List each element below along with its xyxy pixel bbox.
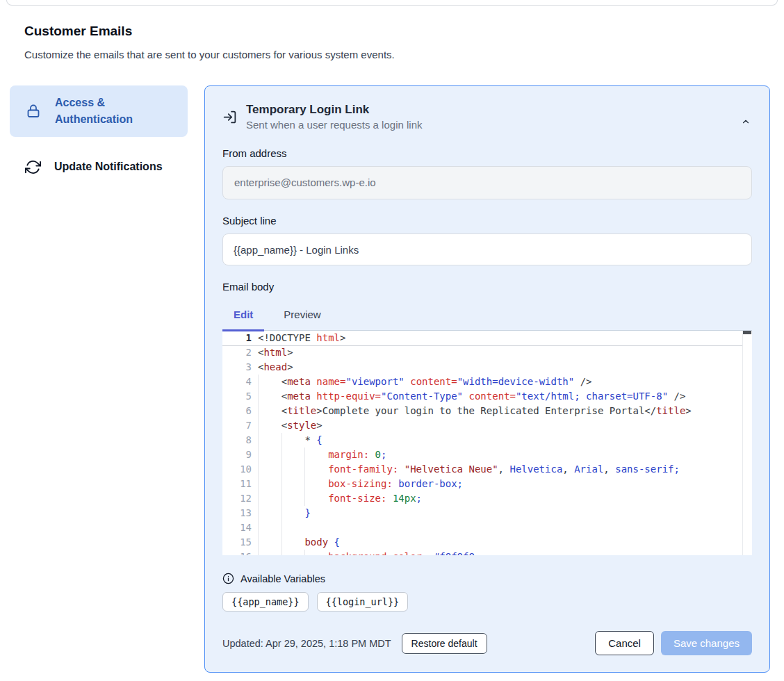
line-number: 5 (222, 389, 252, 404)
previous-card-bottom-edge (6, 0, 778, 6)
code-line-content (252, 520, 304, 535)
line-number: 11 (222, 477, 252, 491)
code-line-content: <head> (252, 360, 293, 375)
panel-subtitle: Sent when a user requests a login link (246, 119, 422, 131)
code-line-content: * { (252, 433, 322, 448)
line-number: 7 (222, 418, 252, 433)
email-body-code-editor[interactable]: 1<!DOCTYPE html>2<html>3<head>4 <meta na… (222, 330, 752, 555)
code-line[interactable]: 2<html> (222, 345, 752, 360)
code-line-content: <html> (252, 345, 293, 360)
code-line-content: <meta http-equiv="Content-Type" content=… (252, 389, 685, 404)
email-body-tabs: EditPreview (222, 300, 752, 330)
tab-edit[interactable]: Edit (222, 300, 264, 330)
page-header: Customer Emails Customize the emails tha… (24, 24, 760, 60)
line-number: 10 (222, 462, 252, 477)
settings-sidebar: Access & AuthenticationUpdate Notificati… (10, 85, 188, 197)
code-line[interactable]: 12 font-size: 14px; (222, 491, 752, 506)
tab-preview[interactable]: Preview (272, 300, 332, 330)
sidebar-item-update-notifications[interactable]: Update Notifications (10, 149, 188, 184)
code-line[interactable]: 10 font-family: "Helvetica Neue", Helvet… (222, 462, 752, 477)
line-number: 3 (222, 360, 252, 375)
panel-footer: Updated: Apr 29, 2025, 1:18 PM MDT Resto… (222, 631, 752, 655)
line-number: 14 (222, 520, 252, 535)
line-number: 4 (222, 375, 252, 389)
line-number: 6 (222, 404, 252, 418)
sidebar-item-label: Update Notifications (54, 158, 163, 175)
code-line-content: <meta name="viewport" content="width=dev… (252, 375, 592, 389)
refresh-icon (25, 159, 41, 175)
code-line-content: box-sizing: border-box; (252, 477, 463, 491)
code-line[interactable]: 1<!DOCTYPE html> (222, 331, 752, 345)
restore-default-button[interactable]: Restore default (402, 633, 487, 654)
editor-vertical-scrollbar[interactable] (743, 331, 751, 334)
line-number: 9 (222, 448, 252, 462)
code-line-content: font-size: 14px; (252, 491, 422, 506)
page-subtitle: Customize the emails that are sent to yo… (24, 49, 760, 60)
code-line[interactable]: 16 background-color: #f8f8f8; (222, 550, 752, 555)
code-line[interactable]: 8 * { (222, 433, 752, 448)
code-line-content: font-family: "Helvetica Neue", Helvetica… (252, 462, 680, 477)
subject-line-label: Subject line (222, 215, 752, 227)
variable-chips: {{app_name}}{{login_url}} (222, 592, 752, 612)
variable-chip[interactable]: {{app_name}} (222, 592, 309, 612)
line-number: 8 (222, 433, 252, 448)
line-number: 16 (222, 550, 252, 555)
line-number: 13 (222, 506, 252, 520)
code-line-content: <title>Complete your login to the Replic… (252, 404, 692, 418)
code-line-content: <style> (252, 418, 322, 433)
subject-line-input[interactable] (222, 233, 752, 265)
line-number: 1 (222, 331, 252, 345)
chevron-up-icon (740, 117, 751, 129)
temporary-login-link-panel: Temporary Login Link Sent when a user re… (204, 85, 770, 673)
collapse-panel-button[interactable] (740, 117, 751, 129)
cancel-button[interactable]: Cancel (595, 631, 654, 655)
code-line-content: margin: 0; (252, 448, 386, 462)
updated-timestamp: Updated: Apr 29, 2025, 1:18 PM MDT (222, 638, 391, 649)
code-line-content: body { (252, 535, 340, 550)
login-icon (222, 110, 237, 124)
lock-icon (25, 103, 42, 120)
code-line[interactable]: 14 (222, 520, 752, 535)
code-line[interactable]: 4 <meta name="viewport" content="width=d… (222, 375, 752, 389)
from-address-field: enterprise@customers.wp-e.io (222, 166, 752, 199)
sidebar-item-access-authentication[interactable]: Access & Authentication (10, 85, 188, 137)
line-number: 2 (222, 345, 252, 360)
code-line[interactable]: 9 margin: 0; (222, 448, 752, 462)
editor-scrollbar-track (742, 331, 752, 555)
code-line-content: <!DOCTYPE html> (252, 331, 345, 345)
code-line-content: background-color: #f8f8f8; (252, 550, 480, 555)
email-body-label: Email body (222, 281, 752, 293)
info-icon (222, 573, 234, 584)
code-line[interactable]: 7 <style> (222, 418, 752, 433)
code-line[interactable]: 3<head> (222, 360, 752, 375)
line-number: 15 (222, 535, 252, 550)
code-line[interactable]: 5 <meta http-equiv="Content-Type" conten… (222, 389, 752, 404)
available-variables-label: Available Variables (240, 573, 325, 584)
page-title: Customer Emails (24, 24, 760, 39)
sidebar-item-label: Access & Authentication (55, 95, 177, 128)
variable-chip[interactable]: {{login_url}} (317, 592, 409, 612)
code-line[interactable]: 11 box-sizing: border-box; (222, 477, 752, 491)
code-line-content: } (252, 506, 311, 520)
code-line[interactable]: 13 } (222, 506, 752, 520)
code-line[interactable]: 6 <title>Complete your login to the Repl… (222, 404, 752, 418)
panel-title: Temporary Login Link (246, 103, 422, 117)
code-line[interactable]: 15 body { (222, 535, 752, 550)
from-address-label: From address (222, 147, 752, 159)
save-changes-button[interactable]: Save changes (661, 631, 752, 655)
line-number: 12 (222, 491, 252, 506)
panel-header: Temporary Login Link Sent when a user re… (222, 103, 752, 131)
